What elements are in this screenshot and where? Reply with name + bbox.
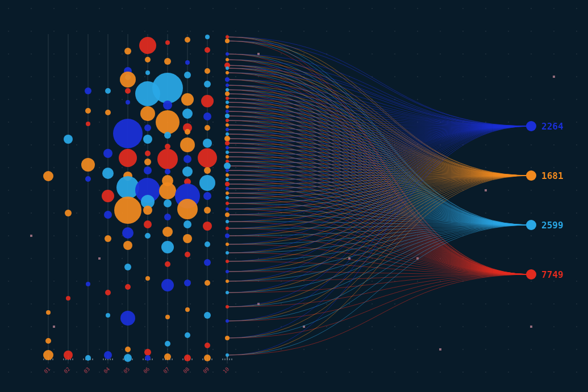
svg-point-388 <box>553 326 554 327</box>
bubble <box>165 144 170 149</box>
svg-point-340 <box>53 303 55 305</box>
svg-point-408 <box>417 349 418 350</box>
svg-point-258 <box>553 212 554 214</box>
svg-point-84 <box>144 76 145 77</box>
bubble <box>122 227 134 239</box>
svg-point-152 <box>508 122 509 123</box>
column-tick-label: 10 <box>222 366 231 375</box>
svg-point-434 <box>417 372 418 373</box>
svg-point-234 <box>8 212 9 214</box>
svg-point-231 <box>531 190 532 191</box>
svg-point-311 <box>576 258 577 259</box>
svg-point-6 <box>144 8 145 9</box>
svg-point-87 <box>212 76 214 77</box>
bubble <box>81 158 95 172</box>
svg-point-122 <box>417 99 418 100</box>
svg-point-300 <box>326 258 327 259</box>
accent-marker <box>30 235 32 237</box>
svg-point-381 <box>394 326 395 327</box>
bubble <box>162 227 173 237</box>
svg-point-288 <box>53 258 55 259</box>
source-point <box>226 71 229 74</box>
svg-point-236 <box>53 212 55 214</box>
bubble <box>125 284 131 290</box>
svg-point-424 <box>190 372 191 373</box>
bubble <box>161 279 174 291</box>
bubble <box>185 129 190 135</box>
svg-point-129 <box>576 99 577 100</box>
svg-point-257 <box>531 212 532 214</box>
source-point <box>226 243 229 246</box>
svg-point-212 <box>99 190 100 191</box>
svg-point-418 <box>53 372 55 373</box>
svg-point-53 <box>31 53 32 55</box>
svg-point-209 <box>31 190 32 191</box>
svg-point-260 <box>8 235 9 236</box>
svg-point-438 <box>508 372 509 373</box>
svg-point-379 <box>349 326 350 327</box>
svg-point-435 <box>440 372 441 373</box>
bubble <box>156 110 180 134</box>
svg-point-123 <box>440 99 441 100</box>
bubble <box>46 310 51 315</box>
svg-point-416 <box>8 372 9 373</box>
svg-point-385 <box>485 326 486 327</box>
svg-point-89 <box>258 76 259 77</box>
svg-point-287 <box>31 258 32 259</box>
source-point <box>226 146 229 149</box>
svg-point-177 <box>485 144 486 145</box>
svg-point-38 <box>281 31 282 32</box>
source-point <box>225 336 230 340</box>
svg-point-206 <box>553 167 554 168</box>
svg-point-269 <box>212 235 214 236</box>
bubble <box>205 47 210 53</box>
svg-point-127 <box>531 99 532 100</box>
svg-point-358 <box>462 303 464 305</box>
bubble <box>145 233 151 239</box>
svg-point-396 <box>144 349 145 350</box>
source-point <box>226 169 229 172</box>
svg-point-88 <box>235 76 236 77</box>
svg-point-44 <box>417 31 418 32</box>
svg-point-211 <box>76 190 77 191</box>
svg-point-18 <box>417 8 418 9</box>
source-point <box>226 207 229 211</box>
svg-point-50 <box>553 31 554 32</box>
bubble <box>204 355 211 361</box>
svg-point-186 <box>99 167 100 168</box>
bubble <box>124 354 132 362</box>
svg-point-9 <box>212 8 214 9</box>
accent-marker <box>53 326 55 328</box>
bubble <box>164 214 171 220</box>
svg-point-370 <box>144 326 145 327</box>
svg-point-233 <box>576 190 577 191</box>
svg-point-42 <box>372 31 373 32</box>
svg-point-259 <box>576 212 577 214</box>
svg-point-5 <box>122 8 123 9</box>
source-point <box>226 280 229 283</box>
bubble <box>184 155 191 163</box>
source-point <box>226 35 229 39</box>
svg-point-391 <box>31 349 32 350</box>
bubble <box>205 280 210 286</box>
svg-point-430 <box>326 372 327 373</box>
svg-point-109 <box>122 99 123 100</box>
svg-point-238 <box>99 212 100 214</box>
svg-point-99 <box>485 76 486 77</box>
svg-point-369 <box>122 326 123 327</box>
column-tick-label: 06 <box>143 366 151 375</box>
svg-point-160 <box>99 144 100 145</box>
svg-point-20 <box>462 8 464 9</box>
svg-point-51 <box>576 31 577 32</box>
source-point <box>226 319 229 323</box>
svg-point-108 <box>99 99 100 100</box>
source-point <box>226 119 229 122</box>
svg-point-427 <box>258 372 259 373</box>
bubble <box>119 149 137 167</box>
bubble <box>65 210 72 216</box>
source-point <box>226 66 229 70</box>
svg-point-28 <box>53 31 55 32</box>
svg-point-184 <box>53 167 55 168</box>
bubble <box>114 197 141 224</box>
svg-point-185 <box>76 167 77 168</box>
